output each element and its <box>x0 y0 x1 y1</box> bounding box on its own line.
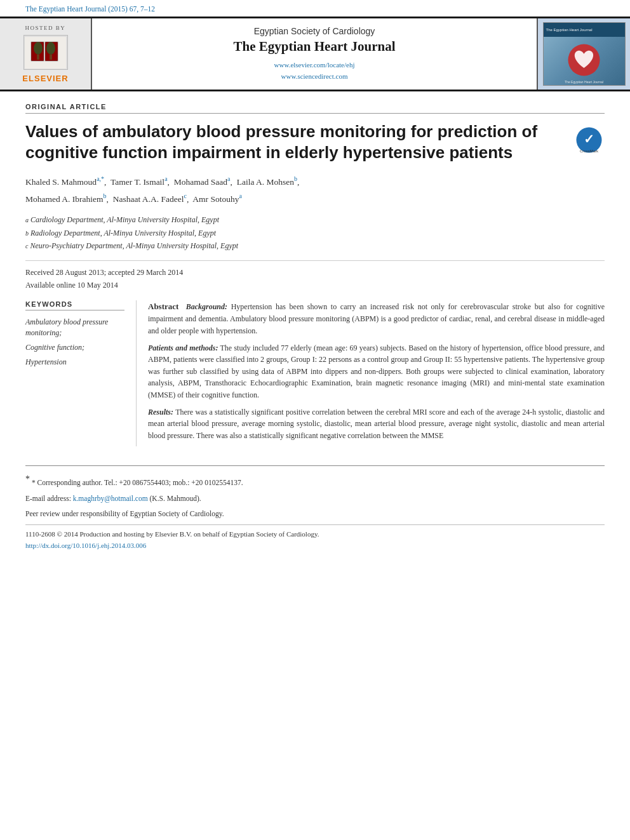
main-content: ORIGINAL ARTICLE Values of ambulatory bl… <box>0 91 630 570</box>
header-middle: Egyptian Society of Cardiology The Egypt… <box>92 18 538 90</box>
header-urls: www.elsevier.com/locate/ehj www.scienced… <box>274 60 355 82</box>
affil-a: a Cardiology Department, Al-Minya Univer… <box>25 213 605 226</box>
author-mohsen-sup: b <box>294 175 297 182</box>
crossmark-icon: ✓ CrossMark <box>575 126 603 154</box>
email-note: E-mail address: k.maghrby@hotmail.com (K… <box>25 493 605 504</box>
article-type: ORIGINAL ARTICLE <box>25 103 605 114</box>
cover-bottom-text: The Egyptian Heart Journal <box>562 80 606 84</box>
authors-line-1: Khaled S. Mahmouda,*, Tamer T. Ismaila, … <box>25 174 605 189</box>
citation-text: The Egyptian Heart Journal (2015) 67, 7–… <box>25 5 155 13</box>
journal-cover: The Egyptian Heart Journal The Egyptian … <box>538 18 630 90</box>
author-sotouhy: Amr Sotouhy <box>192 194 239 204</box>
cover-thumbnail: The Egyptian Heart Journal The Egyptian … <box>543 22 626 86</box>
email-label: E-mail address: <box>25 495 71 502</box>
svg-point-5 <box>34 42 43 55</box>
cover-top-strip: The Egyptian Heart Journal <box>544 23 625 37</box>
keyword-2: Cognitive function; <box>25 342 124 353</box>
copyright-text: 1110-2608 © 2014 Production and hosting … <box>25 529 605 540</box>
article-title: Values of ambulatory blood pressure moni… <box>25 121 560 163</box>
keyword-1: Ambulatory blood pressure monitoring; <box>25 317 124 338</box>
corresponding-note: * * Corresponding author. Tel.: +20 0867… <box>25 472 605 488</box>
author-mohsen: Laila A. Mohsen <box>237 177 294 187</box>
svg-text:CrossMark: CrossMark <box>579 149 598 153</box>
citation-bar: The Egyptian Heart Journal (2015) 67, 7–… <box>0 0 630 17</box>
affil-a-text: Cardiology Department, Al-Minya Universi… <box>30 213 219 226</box>
abstract-label: Abstract <box>148 302 178 311</box>
article-title-row: Values of ambulatory blood pressure moni… <box>25 121 605 163</box>
available-online: Available online 10 May 2014 <box>25 279 605 291</box>
abstract-background: Abstract Background: Hypertension has be… <box>148 300 605 337</box>
author-mahmoud-sup: a,* <box>97 175 104 182</box>
background-title: Background: <box>186 302 227 311</box>
svg-rect-6 <box>37 55 39 60</box>
email-link[interactable]: k.maghrby@hotmail.com <box>73 495 148 502</box>
society-name: Egyptian Society of Cardiology <box>254 26 375 36</box>
results-text: There was a statistically significant po… <box>148 408 605 440</box>
elsevier-panel: HOSTED BY ELSEVIER <box>0 18 92 90</box>
affil-a-sup: a <box>25 215 29 225</box>
elsevier-logo-svg <box>25 37 66 69</box>
elsevier-brand: ELSEVIER <box>22 74 68 83</box>
elsevier-logo-box <box>23 35 68 70</box>
page: The Egyptian Heart Journal (2015) 67, 7–… <box>0 0 630 840</box>
keywords-col: KEYWORDS Ambulatory blood pressure monit… <box>25 300 137 446</box>
abstract-patients: Patients and methods: The study included… <box>148 342 605 401</box>
author-saad: Mohamad Saad <box>174 177 227 187</box>
footnote-star: * <box>25 474 30 484</box>
footer-copyright: 1110-2608 © 2014 Production and hosting … <box>25 524 605 551</box>
patients-title: Patients and methods: <box>148 343 218 352</box>
url1: www.elsevier.com/locate/ehj <box>274 60 355 71</box>
affil-c-sup: c <box>25 241 28 251</box>
cover-heart-icon <box>566 43 601 77</box>
authors-line-2: Mohamed A. Ibrahiemb, Nashaat A.A. Fadee… <box>25 191 605 206</box>
dates-section: Received 28 August 2013; accepted 29 Mar… <box>25 260 605 292</box>
svg-point-7 <box>46 42 55 55</box>
affil-b: b Radiology Department, Al-Minya Univers… <box>25 227 605 239</box>
affil-b-text: Radiology Department, Al-Minya Universit… <box>30 227 216 239</box>
keywords-title: KEYWORDS <box>25 300 124 310</box>
author-fadeel-sup: c <box>184 192 186 199</box>
svg-rect-8 <box>50 55 52 60</box>
author-ibrahiem: Mohamed A. Ibrahiem <box>25 194 104 204</box>
footer-section: * * Corresponding author. Tel.: +20 0867… <box>25 465 605 551</box>
hosted-by-label: HOSTED BY <box>25 25 66 31</box>
author-ibrahiem-sup: b <box>104 192 107 199</box>
doi-link[interactable]: http://dx.doi.org/10.1016/j.ehj.2014.03.… <box>25 540 605 552</box>
author-fadeel: Nashaat A.A. Fadeel <box>113 194 184 204</box>
abstract-col: Abstract Background: Hypertension has be… <box>137 300 605 446</box>
received-date: Received 28 August 2013; accepted 29 Mar… <box>25 266 605 279</box>
svg-text:✓: ✓ <box>584 132 594 146</box>
affil-c: c Neuro-Psychiatry Department, Al-Minya … <box>25 239 605 252</box>
author-sotouhy-sup: a <box>239 192 241 199</box>
url2: www.sciencedirect.com <box>274 71 355 83</box>
results-title: Results: <box>148 408 173 417</box>
cover-top-text: The Egyptian Heart Journal <box>546 28 593 32</box>
abstract-results: Results: There was a statistically signi… <box>148 406 605 442</box>
affiliations: a Cardiology Department, Al-Minya Univer… <box>25 213 605 252</box>
author-saad-sup: a <box>227 175 230 182</box>
journal-title-header: The Egyptian Heart Journal <box>234 39 396 55</box>
journal-header: HOSTED BY ELSEVIER <box>0 17 630 91</box>
author-mahmoud: Khaled S. Mahmoud <box>25 177 97 187</box>
peer-review-note: Peer review under responsibility of Egyp… <box>25 508 605 519</box>
corresponding-text: * Corresponding author. Tel.: +20 086755… <box>32 479 243 486</box>
author-ismail: Tamer T. Ismail <box>111 177 164 187</box>
affil-b-sup: b <box>25 228 29 239</box>
author-ismail-sup: a <box>164 175 167 182</box>
crossmark-badge[interactable]: ✓ CrossMark <box>573 124 605 156</box>
keyword-3: Hypertension <box>25 357 124 368</box>
email-author: (K.S. Mahmoud). <box>150 495 201 502</box>
two-col-section: KEYWORDS Ambulatory blood pressure monit… <box>25 300 605 446</box>
affil-c-text: Neuro-Psychiatry Department, Al-Minya Un… <box>30 239 238 252</box>
